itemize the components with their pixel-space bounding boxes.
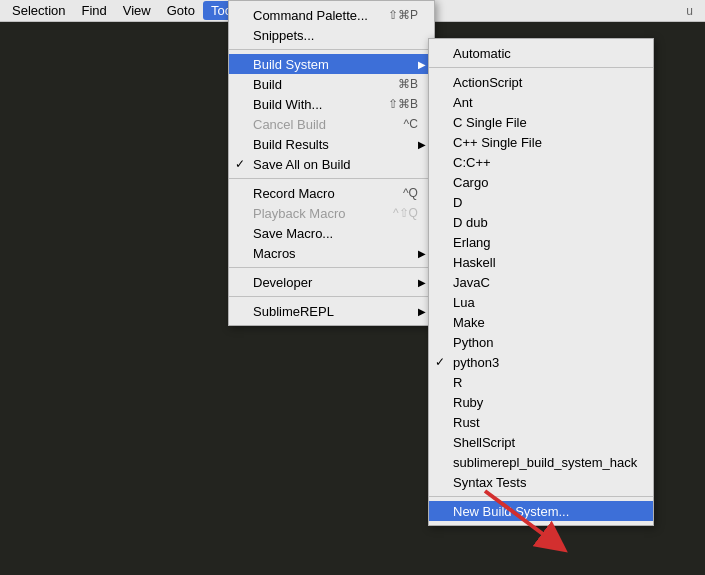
menu-item-syntax-tests-label: Syntax Tests [453,475,526,490]
menubar-item-selection[interactable]: Selection [4,1,73,20]
menu-item-new-build-system[interactable]: New Build System... [429,501,653,521]
menu-item-save-all-on-build[interactable]: ✓ Save All on Build [229,154,434,174]
separator-4 [229,296,434,297]
menu-item-playback-macro-label: Playback Macro [253,206,345,221]
menu-item-javac-label: JavaC [453,275,490,290]
menu-item-c-cpp-label: C:C++ [453,155,491,170]
menu-item-sublime-repl[interactable]: SublimeREPL [229,301,434,321]
menu-item-build-system-label: Build System [253,57,329,72]
menu-item-build-with-label: Build With... [253,97,322,112]
menu-item-erlang[interactable]: Erlang [429,232,653,252]
menu-item-command-palette-label: Command Palette... [253,8,368,23]
menu-item-automatic[interactable]: Automatic [429,43,653,63]
menu-item-ant-label: Ant [453,95,473,110]
menu-shortcut-cancel-build: ^C [384,117,418,131]
menu-item-make-label: Make [453,315,485,330]
menu-item-build-system[interactable]: Build System [229,54,434,74]
menu-item-cpp-single-file-label: C++ Single File [453,135,542,150]
menu-item-rust-label: Rust [453,415,480,430]
menu-item-lua-label: Lua [453,295,475,310]
menu-item-playback-macro: Playback Macro ^⇧Q [229,203,434,223]
menu-shortcut-record-macro: ^Q [383,186,418,200]
menu-shortcut-build: ⌘B [378,77,418,91]
menu-item-new-build-system-label: New Build System... [453,504,569,519]
menu-item-shellscript[interactable]: ShellScript [429,432,653,452]
menu-item-lua[interactable]: Lua [429,292,653,312]
menu-item-syntax-tests[interactable]: Syntax Tests [429,472,653,492]
menu-item-macros-label: Macros [253,246,296,261]
menubar-item-view[interactable]: View [115,1,159,20]
checkmark-save-all: ✓ [235,157,245,171]
build-system-submenu: Automatic ActionScript Ant C Single File… [428,38,654,526]
menu-item-cancel-build-label: Cancel Build [253,117,326,132]
menu-item-build-results-label: Build Results [253,137,329,152]
menu-item-d[interactable]: D [429,192,653,212]
menu-item-d-dub-label: D dub [453,215,488,230]
menubar-right-text: u [686,4,701,18]
menu-item-r[interactable]: R [429,372,653,392]
menu-item-actionscript-label: ActionScript [453,75,522,90]
menu-item-make[interactable]: Make [429,312,653,332]
menu-item-javac[interactable]: JavaC [429,272,653,292]
menu-item-c-cpp[interactable]: C:C++ [429,152,653,172]
menu-item-python3[interactable]: ✓ python3 [429,352,653,372]
menu-item-python3-label: python3 [453,355,499,370]
menu-shortcut-build-with: ⇧⌘B [368,97,418,111]
menu-item-haskell-label: Haskell [453,255,496,270]
menu-item-developer-label: Developer [253,275,312,290]
menu-item-save-macro[interactable]: Save Macro... [229,223,434,243]
menu-item-erlang-label: Erlang [453,235,491,250]
menubar-item-goto[interactable]: Goto [159,1,203,20]
separator-2 [229,178,434,179]
menu-item-macros[interactable]: Macros [229,243,434,263]
tools-dropdown-menu: Command Palette... ⇧⌘P Snippets... Build… [228,0,435,326]
menu-item-record-macro[interactable]: Record Macro ^Q [229,183,434,203]
menu-item-haskell[interactable]: Haskell [429,252,653,272]
menu-item-cargo[interactable]: Cargo [429,172,653,192]
menu-item-ruby-label: Ruby [453,395,483,410]
menu-item-sublimerepl-build-label: sublimerepl_build_system_hack [453,455,637,470]
menu-item-cargo-label: Cargo [453,175,488,190]
menu-item-cpp-single-file[interactable]: C++ Single File [429,132,653,152]
menu-item-save-macro-label: Save Macro... [253,226,333,241]
checkmark-python3: ✓ [435,355,445,369]
menu-item-d-dub[interactable]: D dub [429,212,653,232]
menu-item-cancel-build: Cancel Build ^C [229,114,434,134]
submenu-separator-2 [429,496,653,497]
menu-item-actionscript[interactable]: ActionScript [429,72,653,92]
menu-item-c-single-file-label: C Single File [453,115,527,130]
menu-item-ant[interactable]: Ant [429,92,653,112]
menu-item-build-label: Build [253,77,282,92]
menu-item-d-label: D [453,195,462,210]
separator-1 [229,49,434,50]
menu-item-rust[interactable]: Rust [429,412,653,432]
menu-item-snippets-label: Snippets... [253,28,314,43]
menu-shortcut-playback-macro: ^⇧Q [373,206,418,220]
menu-item-ruby[interactable]: Ruby [429,392,653,412]
menu-item-save-all-label: Save All on Build [253,157,351,172]
separator-3 [229,267,434,268]
menu-item-build-with[interactable]: Build With... ⇧⌘B [229,94,434,114]
menu-item-python-label: Python [453,335,493,350]
submenu-separator-1 [429,67,653,68]
menu-item-automatic-label: Automatic [453,46,511,61]
menu-shortcut-command-palette: ⇧⌘P [368,8,418,22]
menu-item-python[interactable]: Python [429,332,653,352]
menu-item-c-single-file[interactable]: C Single File [429,112,653,132]
menubar-item-find[interactable]: Find [73,1,114,20]
menu-item-build-results[interactable]: Build Results [229,134,434,154]
menu-item-shellscript-label: ShellScript [453,435,515,450]
menu-item-sublime-repl-label: SublimeREPL [253,304,334,319]
menu-item-build[interactable]: Build ⌘B [229,74,434,94]
menu-item-sublimerepl-build[interactable]: sublimerepl_build_system_hack [429,452,653,472]
menu-item-record-macro-label: Record Macro [253,186,335,201]
menu-item-r-label: R [453,375,462,390]
menu-item-command-palette[interactable]: Command Palette... ⇧⌘P [229,5,434,25]
menu-item-snippets[interactable]: Snippets... [229,25,434,45]
menu-item-developer[interactable]: Developer [229,272,434,292]
